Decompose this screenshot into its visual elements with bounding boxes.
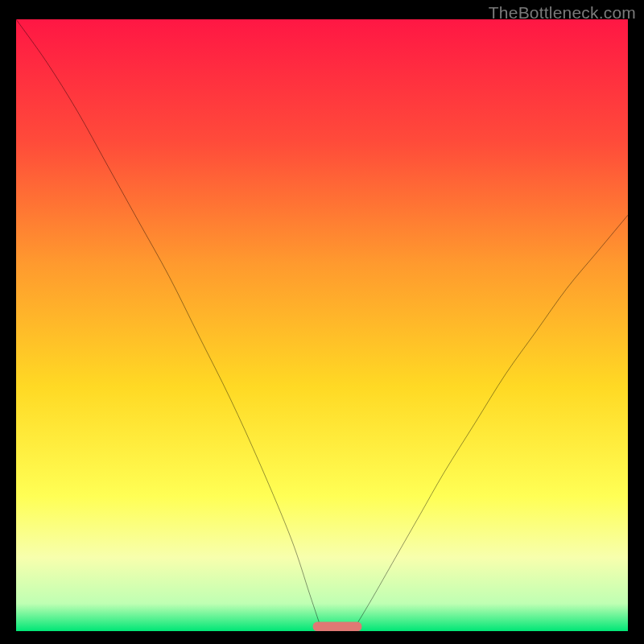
chart-stage: TheBottleneck.com: [0, 0, 644, 644]
bottleneck-chart: [16, 19, 628, 631]
plot-background: [16, 19, 628, 631]
watermark-text: TheBottleneck.com: [489, 3, 636, 23]
bottom-notch: [313, 622, 362, 631]
